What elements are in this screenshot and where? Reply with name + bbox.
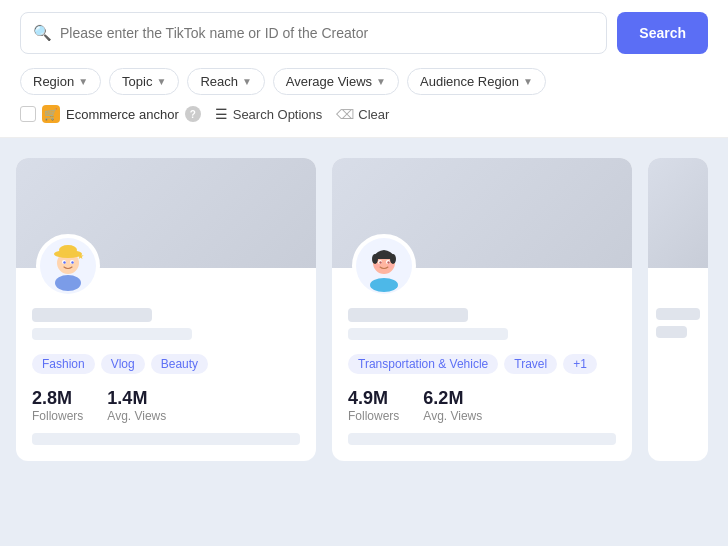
clear-label: Clear: [358, 107, 389, 122]
svg-point-17: [379, 261, 381, 263]
card-2-sub-placeholder: [348, 328, 508, 340]
tag-more: +1: [563, 354, 597, 374]
card-2-followers: 4.9M Followers: [348, 388, 399, 423]
card-1-tags: Fashion Vlog Beauty: [32, 354, 300, 374]
avatar-2-image: [355, 237, 413, 295]
ecommerce-bag-icon: 🛒: [42, 105, 60, 123]
card-2-avg-views-value: 6.2M: [423, 388, 482, 409]
tag-travel: Travel: [504, 354, 557, 374]
card-1-avg-views: 1.4M Avg. Views: [107, 388, 166, 423]
ecommerce-label: Ecommerce anchor: [66, 107, 179, 122]
sliders-icon: ☰: [215, 106, 228, 122]
card-2-avatar: [352, 234, 416, 298]
audience-region-chevron: ▼: [523, 76, 533, 87]
partial-card-body: [648, 268, 708, 354]
svg-point-11: [370, 278, 398, 292]
card-1-sub-placeholder: [32, 328, 192, 340]
top-bar: 🔍 Search Region ▼ Topic ▼ Reach ▼ Averag…: [0, 0, 728, 138]
card-2-stats: 4.9M Followers 6.2M Avg. Views: [348, 388, 616, 423]
topic-label: Topic: [122, 74, 152, 89]
region-filter[interactable]: Region ▼: [20, 68, 101, 95]
card-2-name-placeholder: [348, 308, 468, 322]
card-2-avg-views: 6.2M Avg. Views: [423, 388, 482, 423]
svg-point-20: [388, 264, 394, 268]
card-1-followers-label: Followers: [32, 409, 83, 423]
svg-point-18: [387, 261, 389, 263]
svg-point-4: [59, 245, 77, 255]
search-wrapper: 🔍: [20, 12, 607, 54]
content-area: ★ Fashion Vlog Beauty 2.8M Followers 1.4…: [0, 138, 728, 481]
reach-filter[interactable]: Reach ▼: [187, 68, 264, 95]
tag-fashion: Fashion: [32, 354, 95, 374]
tag-beauty: Beauty: [151, 354, 208, 374]
svg-point-19: [374, 264, 380, 268]
ecommerce-checkbox[interactable]: [20, 106, 36, 122]
card-2-followers-label: Followers: [348, 409, 399, 423]
card-1-avg-views-label: Avg. Views: [107, 409, 166, 423]
topic-filter[interactable]: Topic ▼: [109, 68, 179, 95]
tag-vlog: Vlog: [101, 354, 145, 374]
svg-point-1: [55, 275, 81, 291]
card-1-bottom-placeholder: [32, 433, 300, 445]
card-1-stats: 2.8M Followers 1.4M Avg. Views: [32, 388, 300, 423]
avatar-1-image: ★: [39, 237, 97, 295]
card-2-banner: [332, 158, 632, 268]
svg-point-13: [372, 254, 378, 264]
svg-point-7: [63, 261, 65, 263]
search-options-label: Search Options: [233, 107, 323, 122]
eraser-icon: ⌫: [336, 107, 354, 122]
partial-line-1: [656, 308, 700, 320]
topic-chevron: ▼: [156, 76, 166, 87]
card-1-name-placeholder: [32, 308, 152, 322]
tag-transportation: Transportation & Vehicle: [348, 354, 498, 374]
avg-views-label: Average Views: [286, 74, 372, 89]
svg-point-14: [390, 254, 396, 264]
svg-point-8: [71, 261, 73, 263]
reach-chevron: ▼: [242, 76, 252, 87]
card-1-avatar: ★: [36, 234, 100, 298]
card-1-followers: 2.8M Followers: [32, 388, 83, 423]
card-2-tags: Transportation & Vehicle Travel +1: [348, 354, 616, 374]
card-2-bottom-placeholder: [348, 433, 616, 445]
options-row: 🛒 Ecommerce anchor ? ☰ Search Options ⌫ …: [20, 105, 708, 123]
creator-card-1: ★ Fashion Vlog Beauty 2.8M Followers 1.4…: [16, 158, 316, 461]
card-2-avg-views-label: Avg. Views: [423, 409, 482, 423]
avg-views-chevron: ▼: [376, 76, 386, 87]
region-chevron: ▼: [78, 76, 88, 87]
card-2-followers-value: 4.9M: [348, 388, 399, 409]
audience-region-label: Audience Region: [420, 74, 519, 89]
card-1-avg-views-value: 1.4M: [107, 388, 166, 409]
svg-text:★: ★: [77, 252, 84, 261]
card-1-followers-value: 2.8M: [32, 388, 83, 409]
partial-card-banner: [648, 158, 708, 268]
help-icon[interactable]: ?: [185, 106, 201, 122]
audience-region-filter[interactable]: Audience Region ▼: [407, 68, 546, 95]
creator-card-2: Transportation & Vehicle Travel +1 4.9M …: [332, 158, 632, 461]
search-icon: 🔍: [33, 24, 52, 42]
search-input[interactable]: [60, 25, 594, 41]
region-label: Region: [33, 74, 74, 89]
ecommerce-checkbox-group: 🛒 Ecommerce anchor ?: [20, 105, 201, 123]
filter-row: Region ▼ Topic ▼ Reach ▼ Average Views ▼…: [20, 68, 708, 95]
partial-line-2: [656, 326, 687, 338]
search-row: 🔍 Search: [20, 12, 708, 54]
reach-label: Reach: [200, 74, 238, 89]
card-1-banner: ★: [16, 158, 316, 268]
search-options-button[interactable]: ☰ Search Options: [215, 106, 323, 122]
clear-button[interactable]: ⌫ Clear: [336, 107, 389, 122]
search-button[interactable]: Search: [617, 12, 708, 54]
creator-card-partial: [648, 158, 708, 461]
avg-views-filter[interactable]: Average Views ▼: [273, 68, 399, 95]
